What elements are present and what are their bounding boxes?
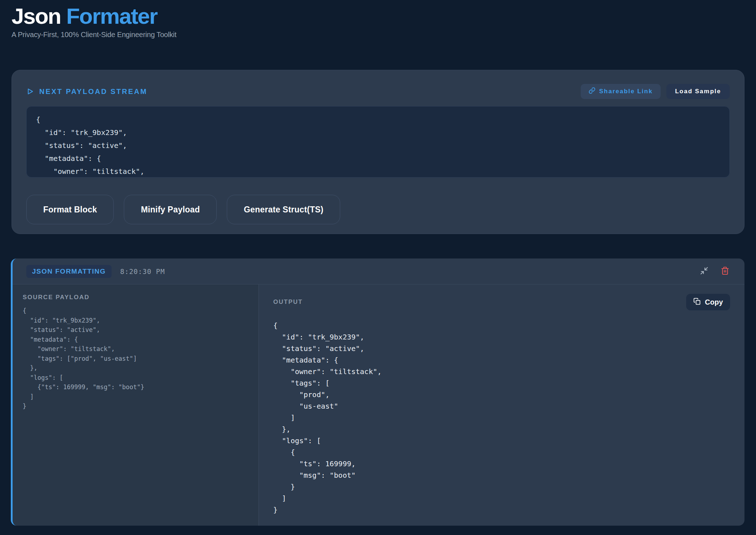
source-payload-content: { "id": "trk_9bx239", "status": "active"…: [23, 306, 248, 411]
title-primary: Json: [12, 4, 61, 28]
minify-payload-button[interactable]: Minify Payload: [124, 195, 217, 224]
panel-actions: Shareable Link Load Sample: [581, 84, 730, 99]
generate-struct-button[interactable]: Generate Struct(TS): [227, 195, 340, 224]
page-subtitle: A Privacy-First, 100% Client-Side Engine…: [12, 31, 744, 39]
link-icon: [589, 87, 595, 96]
copy-icon: [693, 298, 701, 307]
payload-input-panel: NEXT PAYLOAD STREAM Shareable Link Load …: [12, 70, 744, 234]
copy-button[interactable]: Copy: [686, 294, 730, 310]
panel-header: NEXT PAYLOAD STREAM Shareable Link Load …: [26, 84, 730, 99]
collapse-button[interactable]: [700, 266, 708, 276]
format-block-button[interactable]: Format Block: [26, 195, 114, 224]
timestamp: 8:20:30 PM: [120, 268, 165, 275]
result-card-body: SOURCE PAYLOAD { "id": "trk_9bx239", "st…: [13, 284, 744, 526]
panel-title-label: NEXT PAYLOAD STREAM: [39, 87, 147, 96]
output-column: OUTPUT Copy { "id": "trk_9bx239", "statu…: [258, 284, 744, 526]
page: Json Formater A Privacy-First, 100% Clie…: [0, 0, 756, 526]
play-icon: [26, 87, 34, 96]
collapse-icon: [700, 266, 708, 276]
delete-button[interactable]: [721, 266, 729, 277]
page-header: Json Formater A Privacy-First, 100% Clie…: [12, 4, 744, 39]
result-card: JSON FORMATTING 8:20:30 PM SOURCE PAYLO: [11, 258, 744, 526]
copy-button-label: Copy: [705, 298, 723, 306]
operation-badge: JSON FORMATTING: [26, 265, 112, 278]
title-accent: Formater: [66, 4, 157, 28]
load-sample-label: Load Sample: [675, 88, 721, 95]
result-card-header-left: JSON FORMATTING 8:20:30 PM: [26, 265, 165, 278]
payload-editor-textarea[interactable]: { "id": "trk_9bx239", "status": "active"…: [26, 106, 730, 177]
load-sample-button[interactable]: Load Sample: [666, 84, 730, 99]
output-header: OUTPUT Copy: [273, 294, 730, 310]
source-payload-label: SOURCE PAYLOAD: [23, 294, 248, 301]
source-payload-column: SOURCE PAYLOAD { "id": "trk_9bx239", "st…: [13, 284, 258, 526]
shareable-link-label: Shareable Link: [599, 88, 653, 95]
output-content: { "id": "trk_9bx239", "status": "active"…: [273, 320, 730, 516]
result-card-header: JSON FORMATTING 8:20:30 PM: [13, 258, 744, 284]
trash-icon: [721, 266, 729, 277]
output-label: OUTPUT: [273, 298, 303, 306]
shareable-link-button[interactable]: Shareable Link: [581, 84, 661, 99]
page-title: Json Formater: [12, 4, 744, 28]
result-card-header-actions: [700, 266, 729, 277]
action-button-row: Format Block Minify Payload Generate Str…: [26, 195, 730, 224]
panel-title: NEXT PAYLOAD STREAM: [26, 87, 147, 96]
